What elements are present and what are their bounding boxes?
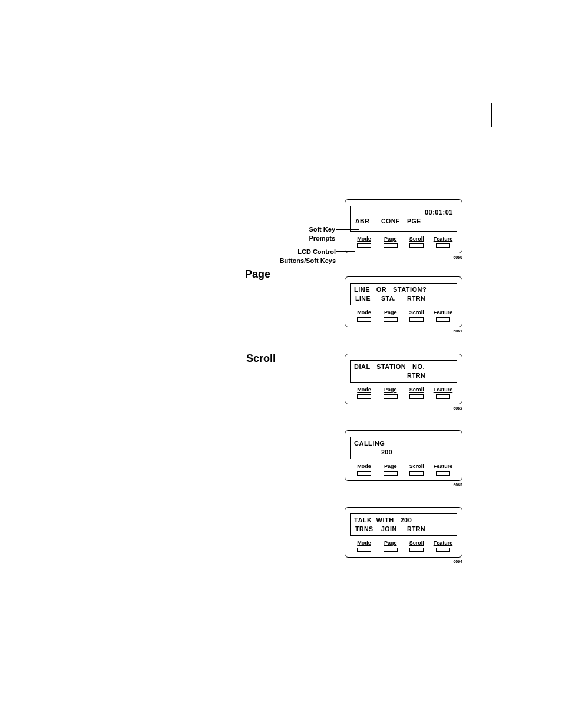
soft-key-button-row: ModePageScrollFeature bbox=[350, 236, 457, 248]
softkey-prompt bbox=[381, 371, 401, 380]
softkey-prompt bbox=[355, 371, 375, 380]
softkey-prompt: STA. bbox=[381, 294, 401, 303]
soft-key-label: Feature bbox=[434, 387, 453, 393]
softkey-prompt bbox=[433, 525, 453, 533]
annotation-lcd-control: LCD ControlButtons/Soft Keys bbox=[266, 248, 336, 265]
softkey-prompt: CONF bbox=[381, 217, 401, 226]
lcd-line1-right: 00:01:01 bbox=[425, 208, 453, 217]
soft-key-label: Feature bbox=[434, 540, 453, 546]
softkey-prompt: RTRN bbox=[407, 525, 427, 533]
soft-key-button[interactable] bbox=[409, 243, 424, 248]
soft-key-label: Page bbox=[384, 387, 397, 393]
figure-id: 6060 bbox=[453, 255, 462, 259]
soft-key-label: Mode bbox=[357, 463, 371, 469]
soft-key-label: Feature bbox=[434, 463, 453, 469]
soft-key-button[interactable] bbox=[436, 548, 450, 552]
soft-key-label: Scroll bbox=[409, 236, 424, 242]
soft-key-label: Mode bbox=[357, 387, 371, 393]
softkey-prompt: JOIN bbox=[381, 525, 401, 533]
soft-key-button[interactable] bbox=[409, 471, 424, 476]
softkey-prompt: LINE bbox=[355, 294, 375, 303]
margin-indicator bbox=[491, 103, 492, 127]
lcd-panel: CALLING200ModePageScrollFeature6063 bbox=[345, 430, 462, 481]
softkey-prompt bbox=[355, 448, 375, 457]
lcd-line1-left: DIAL STATION NO. bbox=[354, 363, 425, 371]
soft-key-button[interactable] bbox=[357, 394, 371, 399]
soft-key-button[interactable] bbox=[436, 243, 450, 248]
softkey-prompt bbox=[407, 448, 427, 457]
soft-key-button-row: ModePageScrollFeature bbox=[350, 463, 457, 476]
soft-key-button[interactable] bbox=[436, 317, 450, 322]
softkey-prompt: TRNS bbox=[355, 525, 375, 533]
horizontal-rule bbox=[77, 588, 491, 588]
soft-key-button[interactable] bbox=[384, 548, 398, 552]
softkey-prompt: 200 bbox=[381, 448, 401, 457]
soft-key-label: Scroll bbox=[409, 463, 424, 469]
soft-key-label: Page bbox=[384, 463, 397, 469]
soft-key-button[interactable] bbox=[357, 243, 371, 248]
soft-key-button[interactable] bbox=[357, 317, 371, 322]
soft-key-label: Mode bbox=[357, 540, 371, 546]
soft-key-button-row: ModePageScrollFeature bbox=[350, 387, 457, 399]
soft-key-button[interactable] bbox=[409, 317, 424, 322]
lcd-panel: DIAL STATION NO.RTRNModePageScrollFeatur… bbox=[345, 354, 462, 404]
figure-id: 6064 bbox=[453, 559, 462, 564]
soft-key-label: Scroll bbox=[409, 387, 424, 393]
section-heading-page: Page bbox=[245, 268, 270, 281]
figure-id: 6062 bbox=[453, 406, 462, 410]
figure-id: 6061 bbox=[453, 329, 462, 333]
soft-key-label: Page bbox=[384, 236, 397, 242]
lcd-line1-left: TALK WITH 200 bbox=[354, 516, 412, 525]
lcd-panel: 00:01:01ABRCONFPGEModePageScrollFeature6… bbox=[345, 199, 462, 253]
softkey-prompt: ABR bbox=[355, 217, 375, 226]
softkey-prompt: RTRN bbox=[407, 371, 427, 380]
lcd-screen: 00:01:01ABRCONFPGE bbox=[350, 206, 457, 232]
soft-key-label: Page bbox=[384, 540, 397, 546]
soft-key-button[interactable] bbox=[357, 471, 371, 476]
lcd-screen: TALK WITH 200TRNSJOINRTRN bbox=[350, 513, 457, 536]
soft-key-button[interactable] bbox=[384, 317, 398, 322]
annotation-softkey-prompts: Soft KeyPrompts bbox=[279, 225, 335, 243]
soft-key-button[interactable] bbox=[436, 394, 450, 399]
soft-key-label: Feature bbox=[434, 236, 453, 242]
soft-key-label: Mode bbox=[357, 309, 371, 315]
softkey-prompt bbox=[433, 448, 453, 457]
soft-key-button[interactable] bbox=[384, 471, 398, 476]
soft-key-button-row: ModePageScrollFeature bbox=[350, 309, 457, 322]
soft-key-button[interactable] bbox=[436, 471, 450, 476]
soft-key-label: Scroll bbox=[409, 309, 424, 315]
soft-key-label: Scroll bbox=[409, 540, 424, 546]
lcd-panel: LINE OR STATION?LINESTA.RTRNModePageScro… bbox=[345, 276, 462, 327]
lcd-screen: LINE OR STATION?LINESTA.RTRN bbox=[350, 283, 457, 305]
soft-key-label: Feature bbox=[434, 309, 453, 315]
soft-key-button-row: ModePageScrollFeature bbox=[350, 540, 457, 552]
soft-key-label: Page bbox=[384, 309, 397, 315]
section-heading-scroll: Scroll bbox=[246, 353, 276, 365]
softkey-prompt: RTRN bbox=[407, 294, 427, 303]
soft-key-label: Mode bbox=[357, 236, 371, 242]
soft-key-button[interactable] bbox=[384, 243, 398, 248]
soft-key-button[interactable] bbox=[409, 548, 424, 552]
lcd-screen: CALLING200 bbox=[350, 437, 457, 459]
lcd-panel: TALK WITH 200TRNSJOINRTRNModePageScrollF… bbox=[345, 507, 462, 558]
soft-key-button[interactable] bbox=[409, 394, 424, 399]
softkey-prompt bbox=[433, 217, 453, 226]
figure-id: 6063 bbox=[453, 483, 462, 487]
lcd-line1-left: LINE OR STATION? bbox=[354, 285, 427, 294]
softkey-prompt: PGE bbox=[407, 217, 427, 226]
lcd-line1-left: CALLING bbox=[354, 439, 385, 448]
lcd-screen: DIAL STATION NO.RTRN bbox=[350, 360, 457, 383]
soft-key-button[interactable] bbox=[384, 394, 398, 399]
soft-key-button[interactable] bbox=[357, 548, 371, 552]
softkey-prompt bbox=[433, 294, 453, 303]
softkey-prompt bbox=[433, 371, 453, 380]
